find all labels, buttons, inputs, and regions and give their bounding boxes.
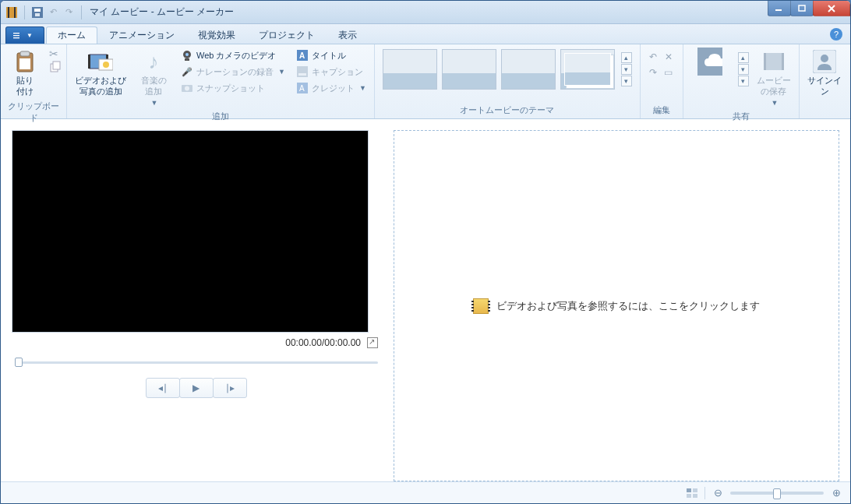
webcam-icon — [181, 49, 193, 62]
playback-controls: ◂∣ ▶ ∣▸ — [12, 378, 381, 398]
share-scroll-down[interactable]: ▾ — [738, 64, 749, 75]
signin-button[interactable]: サインイン — [804, 48, 846, 99]
svg-point-21 — [103, 62, 109, 68]
theme-gallery-expand[interactable]: ▾ — [621, 76, 632, 86]
theme-thumb-3[interactable] — [501, 49, 556, 90]
storyboard-drop-area[interactable]: ビデオおよび写真を参照するには、ここをクリックします — [394, 130, 839, 481]
snapshot-button[interactable]: スナップショット — [178, 80, 288, 96]
file-menu-button[interactable]: ▼ — [5, 26, 44, 44]
caption-button[interactable]: キャプション — [293, 64, 369, 79]
cut-icon[interactable]: ✂ — [49, 48, 62, 60]
zoom-out-icon[interactable]: ⊖ — [712, 487, 724, 499]
add-media-button[interactable]: ビデオおよび 写真の追加 — [72, 48, 129, 99]
chevron-down-icon: ▼ — [151, 99, 158, 107]
title-button[interactable]: A タイトル — [293, 48, 369, 63]
save-movie-icon — [761, 49, 786, 74]
save-movie-button[interactable]: ムービー の保存 ▼ — [754, 48, 794, 109]
svg-rect-13 — [20, 51, 30, 56]
next-frame-button[interactable]: ∣▸ — [213, 378, 247, 398]
add-media-label: ビデオおよび 写真の追加 — [75, 76, 126, 97]
group-themes: ▴ ▾ ▾ オートムービーのテーマ — [375, 44, 641, 118]
svg-rect-34 — [765, 53, 782, 70]
tab-view[interactable]: 表示 — [327, 26, 369, 44]
app-icon — [5, 6, 18, 19]
close-button[interactable] — [813, 1, 850, 16]
preview-video — [12, 130, 369, 333]
chevron-down-icon: ▼ — [771, 99, 778, 107]
mic-icon: 🎤 — [181, 65, 193, 78]
share-gallery-expand[interactable]: ▾ — [738, 76, 749, 86]
share-cloud-button[interactable] — [688, 48, 732, 76]
svg-rect-1 — [8, 7, 9, 18]
svg-rect-10 — [13, 35, 19, 36]
select-all-icon[interactable]: ▭ — [662, 66, 675, 79]
group-signin: サインイン — [800, 44, 850, 118]
group-edit: ↶ ✕ ↷ ▭ 編集 — [641, 44, 683, 118]
credit-button[interactable]: A クレジット▼ — [293, 80, 369, 96]
svg-point-38 — [821, 55, 828, 62]
play-button[interactable]: ▶ — [179, 378, 214, 398]
window-controls — [768, 1, 850, 16]
svg-rect-9 — [13, 33, 19, 33]
save-icon[interactable] — [31, 6, 44, 19]
theme-thumb-1[interactable] — [383, 49, 437, 90]
svg-rect-11 — [13, 37, 19, 38]
theme-scroll-up[interactable]: ▴ — [621, 52, 632, 63]
add-music-button[interactable]: ♪ 音楽の 追加 ▼ — [134, 48, 173, 109]
film-photo-icon — [88, 49, 113, 74]
caption-icon — [296, 65, 309, 78]
zoom-in-icon[interactable]: ⊕ — [830, 487, 842, 499]
svg-rect-18 — [88, 55, 90, 69]
svg-rect-24 — [185, 58, 189, 61]
statusbar: ⊖ ⊕ — [1, 481, 850, 503]
theme-thumb-2[interactable] — [442, 49, 496, 90]
theme-scroll-down[interactable]: ▾ — [621, 64, 632, 75]
seek-thumb[interactable] — [15, 358, 23, 367]
svg-rect-30 — [298, 73, 306, 76]
tab-animation[interactable]: アニメーション — [97, 26, 186, 44]
help-icon[interactable]: ? — [830, 28, 842, 41]
group-themes-label: オートムービーのテーマ — [380, 103, 635, 118]
undo-icon[interactable]: ↶ — [47, 6, 59, 19]
svg-rect-5 — [35, 13, 40, 16]
share-scroll-up[interactable]: ▴ — [738, 52, 749, 63]
cloud-icon — [697, 49, 722, 74]
seek-slider[interactable] — [15, 354, 378, 370]
svg-rect-6 — [775, 9, 782, 11]
chevron-down-icon: ▼ — [26, 32, 33, 39]
time-display: 00:00.00/00:00.00 — [285, 337, 361, 348]
tab-home[interactable]: ホーム — [46, 26, 97, 44]
prev-frame-button[interactable]: ◂∣ — [146, 378, 180, 398]
group-edit-label: 編集 — [645, 103, 678, 118]
theme-scroll: ▴ ▾ ▾ — [621, 52, 632, 86]
tab-visual-effects[interactable]: 視覚効果 — [186, 26, 247, 44]
theme-thumb-4[interactable] — [560, 49, 615, 90]
camera-icon — [181, 82, 193, 94]
rotate-left-icon[interactable]: ↶ — [647, 51, 659, 63]
add-music-label: 音楽の 追加 — [141, 76, 167, 97]
narration-button[interactable]: 🎤 ナレーションの録音▼ — [178, 64, 288, 79]
maximize-button[interactable] — [790, 1, 814, 16]
content-area: 00:00.00/00:00.00 ◂∣ ▶ ∣▸ ビデオおよび写真を参照するに… — [1, 119, 850, 481]
share-scroll: ▴ ▾ ▾ — [738, 52, 749, 86]
svg-rect-41 — [687, 494, 691, 498]
paste-label: 貼り 付け — [16, 76, 34, 97]
clipboard-icon — [12, 49, 37, 74]
redo-icon[interactable]: ↷ — [62, 6, 75, 19]
window-title: マイ ムービー - ムービー メーカー — [90, 5, 234, 19]
paste-button[interactable]: 貼り 付け — [5, 48, 44, 99]
webcam-button[interactable]: Web カメラのビデオ — [178, 48, 288, 63]
title-icon: A — [296, 49, 309, 62]
zoom-slider[interactable] — [730, 492, 824, 495]
minimize-button[interactable] — [768, 1, 791, 16]
tab-project[interactable]: プロジェクト — [247, 26, 327, 44]
copy-icon[interactable] — [49, 61, 62, 73]
group-share: ▴ ▾ ▾ ムービー の保存 ▼ 共有 — [683, 44, 800, 118]
user-icon — [812, 49, 837, 74]
delete-icon[interactable]: ✕ — [662, 51, 675, 63]
fullscreen-icon[interactable] — [367, 337, 378, 348]
rotate-right-icon[interactable]: ↷ — [647, 66, 659, 79]
svg-rect-36 — [782, 53, 784, 70]
svg-text:A: A — [299, 84, 305, 93]
view-thumbnails-icon[interactable] — [686, 487, 698, 499]
